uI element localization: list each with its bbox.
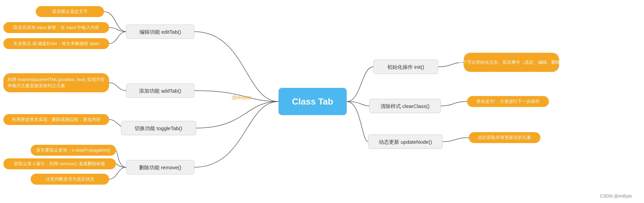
leaf-edit-2: 双击后添加 input 标签，在 input 中输入内容 [3, 22, 109, 33]
mid-node-update: 动态更新 updateNode() [368, 135, 443, 149]
leaf-remove-1: 首先要阻止冒泡：e.stopPropagation() [31, 145, 116, 156]
leaf-edit-1: 双击禁止选定文字 [36, 6, 104, 17]
leaf-add-1: 利用 insertAdjacentHTML(position, text) 实现… [3, 73, 109, 92]
leaf-init-1: 每个节点初始化点击、双击事件（选定、编辑、删除） [464, 53, 559, 72]
mid-node-remove: 删除功能 remove() [126, 160, 194, 174]
leaf-edit-3: 失去焦点 或 键盘Enter，将文本赋值给 span [3, 38, 109, 49]
mid-node-add: 添加功能 addTab() [126, 83, 194, 98]
mind-map: Class Tab @imByte CSDN @imByte 编辑功能 edit… [0, 0, 644, 203]
leaf-clear-1: 类名改为''，方便进行下一步操作 [467, 96, 549, 107]
mid-node-init: 初始化操作 init() [373, 60, 438, 74]
watermark: @imByte [232, 95, 251, 100]
center-node: Class Tab [279, 88, 347, 115]
csdn-label: CSDN @imByte [600, 193, 632, 199]
mid-node-clear: 清除样式 clearClass() [369, 99, 441, 113]
leaf-remove-2: 获取父类 li 索引，利用 remove() 直接删除标签 [3, 158, 116, 169]
leaf-update-1: 动态获取所有更新后的元素 [469, 132, 540, 143]
mid-node-toggle: 切换功能 toggleTab() [121, 121, 196, 135]
leaf-toggle-1: 利用更改类名实现：删除底侧边框，更改内容 [3, 114, 109, 125]
leaf-remove-3: 注意判断是否为选定状态 [31, 174, 109, 185]
mid-node-edit: 编辑功能 editTab() [126, 25, 194, 39]
